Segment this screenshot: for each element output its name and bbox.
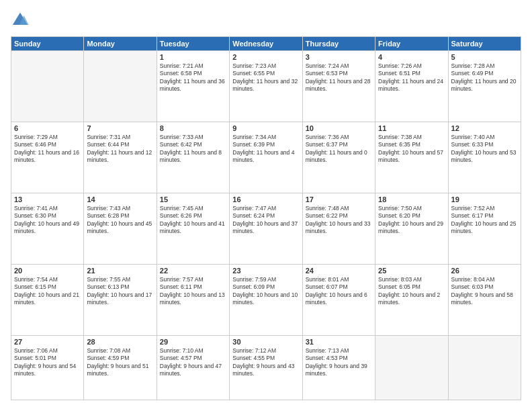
calendar-week-1: 1Sunrise: 7:21 AM Sunset: 6:58 PM Daylig… [11, 51, 521, 122]
weekday-tuesday: Tuesday [157, 37, 229, 51]
day-info: Sunrise: 7:47 AM Sunset: 6:24 PM Dayligh… [232, 205, 299, 236]
calendar-cell: 8Sunrise: 7:33 AM Sunset: 6:42 PM Daylig… [157, 122, 229, 193]
day-info: Sunrise: 7:31 AM Sunset: 6:44 PM Dayligh… [87, 134, 153, 165]
calendar-cell: 26Sunrise: 8:04 AM Sunset: 6:03 PM Dayli… [448, 264, 521, 335]
calendar-cell: 7Sunrise: 7:31 AM Sunset: 6:44 PM Daylig… [84, 122, 157, 193]
weekday-thursday: Thursday [302, 37, 375, 51]
day-number: 31 [306, 338, 372, 346]
calendar-cell [448, 335, 521, 400]
day-info: Sunrise: 7:43 AM Sunset: 6:28 PM Dayligh… [87, 205, 153, 236]
calendar-cell: 17Sunrise: 7:48 AM Sunset: 6:22 PM Dayli… [302, 193, 375, 264]
day-info: Sunrise: 7:29 AM Sunset: 6:46 PM Dayligh… [14, 134, 81, 165]
day-number: 8 [160, 124, 226, 132]
day-info: Sunrise: 7:50 AM Sunset: 6:20 PM Dayligh… [378, 205, 445, 236]
day-number: 29 [160, 338, 226, 346]
calendar-header: SundayMondayTuesdayWednesdayThursdayFrid… [11, 37, 521, 51]
calendar-cell: 22Sunrise: 7:57 AM Sunset: 6:11 PM Dayli… [157, 264, 229, 335]
calendar-cell: 19Sunrise: 7:52 AM Sunset: 6:17 PM Dayli… [448, 193, 521, 264]
day-info: Sunrise: 7:59 AM Sunset: 6:09 PM Dayligh… [232, 276, 299, 307]
day-number: 24 [306, 267, 372, 275]
calendar-cell: 14Sunrise: 7:43 AM Sunset: 6:28 PM Dayli… [84, 193, 157, 264]
day-info: Sunrise: 7:55 AM Sunset: 6:13 PM Dayligh… [87, 276, 153, 307]
calendar-cell: 23Sunrise: 7:59 AM Sunset: 6:09 PM Dayli… [230, 264, 302, 335]
day-info: Sunrise: 7:26 AM Sunset: 6:51 PM Dayligh… [378, 62, 445, 93]
day-info: Sunrise: 7:10 AM Sunset: 4:57 PM Dayligh… [160, 347, 226, 378]
day-number: 22 [160, 267, 226, 275]
weekday-friday: Friday [375, 37, 448, 51]
day-number: 9 [232, 124, 299, 132]
logo [11, 11, 32, 30]
day-info: Sunrise: 8:03 AM Sunset: 6:05 PM Dayligh… [378, 276, 445, 307]
day-info: Sunrise: 7:48 AM Sunset: 6:22 PM Dayligh… [306, 205, 372, 236]
day-info: Sunrise: 7:23 AM Sunset: 6:55 PM Dayligh… [232, 62, 299, 93]
day-number: 28 [87, 338, 153, 346]
calendar-cell: 16Sunrise: 7:47 AM Sunset: 6:24 PM Dayli… [230, 193, 302, 264]
day-number: 20 [14, 267, 81, 275]
day-number: 18 [378, 195, 445, 203]
day-info: Sunrise: 7:57 AM Sunset: 6:11 PM Dayligh… [160, 276, 226, 307]
weekday-monday: Monday [84, 37, 157, 51]
day-number: 5 [451, 53, 518, 61]
calendar-cell: 15Sunrise: 7:45 AM Sunset: 6:26 PM Dayli… [157, 193, 229, 264]
day-info: Sunrise: 7:21 AM Sunset: 6:58 PM Dayligh… [160, 62, 226, 93]
day-number: 7 [87, 124, 153, 132]
calendar-cell: 29Sunrise: 7:10 AM Sunset: 4:57 PM Dayli… [157, 335, 229, 400]
day-info: Sunrise: 7:24 AM Sunset: 6:53 PM Dayligh… [306, 62, 372, 93]
calendar-cell [11, 51, 84, 122]
day-number: 16 [232, 195, 299, 203]
weekday-sunday: Sunday [11, 37, 84, 51]
day-number: 4 [378, 53, 445, 61]
day-number: 13 [14, 195, 81, 203]
page: SundayMondayTuesdayWednesdayThursdayFrid… [0, 0, 532, 411]
calendar-cell: 31Sunrise: 7:13 AM Sunset: 4:53 PM Dayli… [302, 335, 375, 400]
day-number: 3 [306, 53, 372, 61]
day-info: Sunrise: 8:04 AM Sunset: 6:03 PM Dayligh… [451, 276, 518, 307]
calendar-cell: 9Sunrise: 7:34 AM Sunset: 6:39 PM Daylig… [230, 122, 302, 193]
day-number: 30 [232, 338, 299, 346]
calendar-cell: 6Sunrise: 7:29 AM Sunset: 6:46 PM Daylig… [11, 122, 84, 193]
day-info: Sunrise: 7:33 AM Sunset: 6:42 PM Dayligh… [160, 134, 226, 165]
day-info: Sunrise: 7:06 AM Sunset: 5:01 PM Dayligh… [14, 347, 81, 378]
day-number: 27 [14, 338, 81, 346]
calendar-cell: 24Sunrise: 8:01 AM Sunset: 6:07 PM Dayli… [302, 264, 375, 335]
day-number: 25 [378, 267, 445, 275]
calendar-cell: 27Sunrise: 7:06 AM Sunset: 5:01 PM Dayli… [11, 335, 84, 400]
day-info: Sunrise: 7:12 AM Sunset: 4:55 PM Dayligh… [232, 347, 299, 378]
calendar-cell: 12Sunrise: 7:40 AM Sunset: 6:33 PM Dayli… [448, 122, 521, 193]
calendar-cell: 28Sunrise: 7:08 AM Sunset: 4:59 PM Dayli… [84, 335, 157, 400]
day-info: Sunrise: 7:41 AM Sunset: 6:30 PM Dayligh… [14, 205, 81, 236]
calendar-week-2: 6Sunrise: 7:29 AM Sunset: 6:46 PM Daylig… [11, 122, 521, 193]
day-info: Sunrise: 7:38 AM Sunset: 6:35 PM Dayligh… [378, 134, 445, 165]
weekday-header-row: SundayMondayTuesdayWednesdayThursdayFrid… [11, 37, 521, 51]
calendar-table: SundayMondayTuesdayWednesdayThursdayFrid… [11, 36, 521, 400]
calendar-body: 1Sunrise: 7:21 AM Sunset: 6:58 PM Daylig… [11, 51, 521, 400]
day-number: 23 [232, 267, 299, 275]
day-number: 26 [451, 267, 518, 275]
calendar-cell: 4Sunrise: 7:26 AM Sunset: 6:51 PM Daylig… [375, 51, 448, 122]
calendar-cell: 1Sunrise: 7:21 AM Sunset: 6:58 PM Daylig… [157, 51, 229, 122]
day-info: Sunrise: 7:54 AM Sunset: 6:15 PM Dayligh… [14, 276, 81, 307]
calendar-week-3: 13Sunrise: 7:41 AM Sunset: 6:30 PM Dayli… [11, 193, 521, 264]
day-number: 15 [160, 195, 226, 203]
day-number: 19 [451, 195, 518, 203]
day-number: 21 [87, 267, 153, 275]
day-info: Sunrise: 8:01 AM Sunset: 6:07 PM Dayligh… [306, 276, 372, 307]
day-info: Sunrise: 7:45 AM Sunset: 6:26 PM Dayligh… [160, 205, 226, 236]
header [11, 11, 521, 30]
calendar-cell [375, 335, 448, 400]
calendar-week-5: 27Sunrise: 7:06 AM Sunset: 5:01 PM Dayli… [11, 335, 521, 400]
calendar-cell [84, 51, 157, 122]
calendar-cell: 25Sunrise: 8:03 AM Sunset: 6:05 PM Dayli… [375, 264, 448, 335]
calendar-cell: 13Sunrise: 7:41 AM Sunset: 6:30 PM Dayli… [11, 193, 84, 264]
day-number: 1 [160, 53, 226, 61]
day-number: 11 [378, 124, 445, 132]
day-info: Sunrise: 7:52 AM Sunset: 6:17 PM Dayligh… [451, 205, 518, 236]
weekday-wednesday: Wednesday [230, 37, 302, 51]
calendar-cell: 2Sunrise: 7:23 AM Sunset: 6:55 PM Daylig… [230, 51, 302, 122]
day-number: 6 [14, 124, 81, 132]
day-info: Sunrise: 7:28 AM Sunset: 6:49 PM Dayligh… [451, 62, 518, 93]
weekday-saturday: Saturday [448, 37, 521, 51]
day-number: 17 [306, 195, 372, 203]
calendar-cell: 11Sunrise: 7:38 AM Sunset: 6:35 PM Dayli… [375, 122, 448, 193]
logo-icon [11, 11, 30, 30]
